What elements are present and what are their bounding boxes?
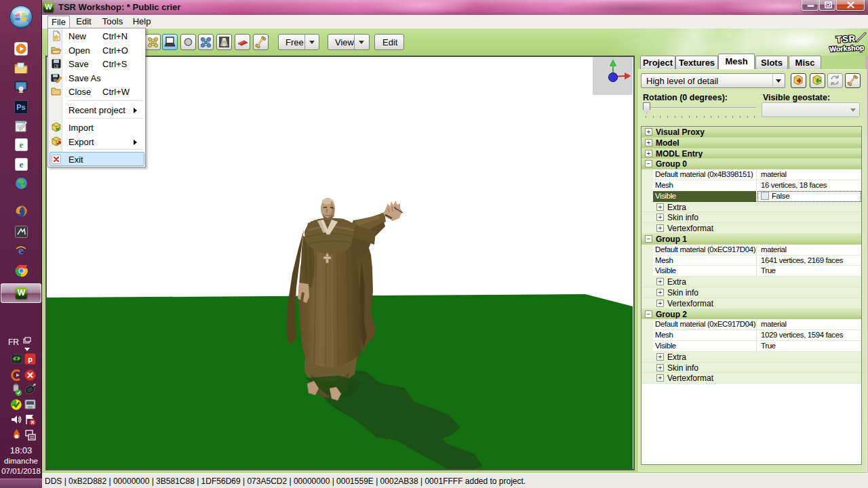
svg-text:e: e (20, 159, 24, 169)
svg-text:e: e (20, 140, 24, 150)
svg-text:Workshop: Workshop (829, 43, 865, 54)
svg-text:TSR: TSR (836, 33, 856, 45)
svg-text:e: e (18, 244, 24, 257)
svg-text:p: p (28, 355, 33, 363)
